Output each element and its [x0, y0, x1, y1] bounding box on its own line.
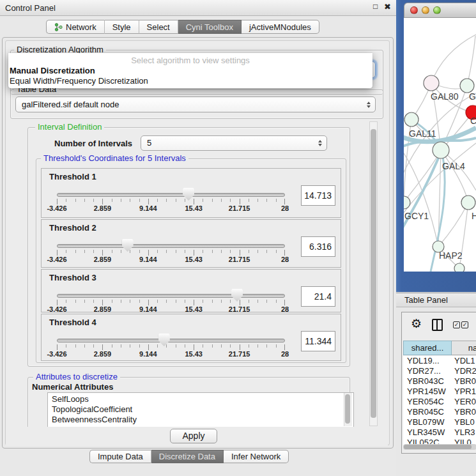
network-canvas[interactable]: GAL80 GA C GAL11 GAL4 GCY1 H HAP2	[404, 18, 476, 272]
number-of-intervals-combobox[interactable]: 5	[141, 135, 327, 151]
tick-label: 21.715	[229, 350, 250, 358]
panel-scrollbar-thumb[interactable]	[371, 129, 376, 418]
table-hscrollbar-thumb[interactable]	[404, 445, 472, 449]
tab-network[interactable]: Network	[46, 20, 105, 34]
cell-shared-name[interactable]: YER054C	[403, 397, 452, 407]
minimize-traffic-light-icon[interactable]	[422, 6, 429, 14]
numerical-attributes-list[interactable]: SelfLoopsTopologicalCoefficientBetweenne…	[47, 392, 354, 428]
gear-icon[interactable]: ⚙	[411, 316, 422, 331]
zoom-traffic-light-icon[interactable]	[433, 6, 441, 14]
attributes-group-title: Attributes to discretize	[33, 372, 120, 381]
cell-name[interactable]: YBR0	[452, 407, 476, 417]
table-row[interactable]: YER054C YER0	[403, 397, 476, 407]
cell-name[interactable]: YBR0	[452, 376, 476, 387]
node-label-gcy1: GCY1	[404, 211, 429, 221]
tab-select[interactable]: Select	[139, 20, 178, 34]
network-node-gal80[interactable]	[424, 75, 439, 91]
table-row[interactable]: YDL19... YDL1	[403, 356, 476, 366]
cell-shared-name[interactable]: YBR043C	[403, 376, 452, 387]
checkbox-icon[interactable]: ✓	[461, 321, 468, 328]
network-icon	[54, 23, 63, 31]
threshold-panel: Threshold 2 -3.426 2.859 9.144 15.43 21.…	[41, 219, 341, 268]
attribute-item[interactable]: TopologicalCoefficient	[52, 404, 353, 415]
tick-label: 2.859	[94, 350, 112, 358]
tab-jactivemnodules[interactable]: jActiveMNodules	[242, 20, 319, 34]
apply-button[interactable]: Apply	[170, 429, 217, 443]
float-window-icon[interactable]: □	[373, 2, 378, 11]
network-node-h[interactable]	[461, 196, 475, 210]
threshold-value-field[interactable]: 6.316	[301, 236, 335, 257]
tab-label: Network	[66, 22, 96, 32]
dropdown-option-equal-width[interactable]: Equal Width/Frequency Discretization	[8, 76, 372, 86]
tick-label: 15.43	[185, 305, 203, 313]
tab-label: Cyni Toolbox	[186, 22, 233, 32]
threshold-value-field[interactable]: 11.344	[301, 331, 335, 351]
table-row[interactable]: YLR345W YLR3	[403, 427, 476, 438]
attribute-item[interactable]: SelfLoops	[52, 394, 353, 404]
tick-label: 28	[281, 204, 289, 212]
cell-shared-name[interactable]: YBR045C	[403, 407, 452, 417]
cell-shared-name[interactable]: YLR345W	[403, 427, 452, 438]
table-panel-title: Table Panel	[396, 295, 448, 305]
cell-name[interactable]: YDL1	[452, 356, 476, 366]
network-node-gal11[interactable]	[404, 112, 418, 127]
cell-name[interactable]: YPR1	[452, 387, 476, 397]
network-node-gal4[interactable]	[433, 142, 449, 158]
threshold-slider-track[interactable]	[57, 339, 285, 342]
column-header-shared-name[interactable]: shared...	[403, 341, 452, 355]
node-label-h: H	[472, 211, 476, 221]
tab-cyni-toolbox[interactable]: Cyni Toolbox	[178, 20, 242, 34]
threshold-slider-track[interactable]	[57, 294, 285, 298]
tab-impute-data[interactable]: Impute Data	[89, 450, 151, 463]
node-label-gal11: GAL11	[409, 128, 436, 139]
tab-discretize-data[interactable]: Discretize Data	[151, 450, 224, 463]
threshold-slider-track[interactable]	[57, 244, 285, 248]
tick-label: 21.715	[229, 204, 250, 212]
tick-label: 9.144	[139, 350, 157, 358]
attribute-item[interactable]: BetweennessCentrality	[52, 415, 353, 425]
table-row[interactable]: YPR145W YPR1	[403, 387, 476, 397]
cell-shared-name[interactable]: YPR145W	[403, 387, 452, 397]
tick-label: 9.144	[139, 305, 157, 313]
threshold-value-field[interactable]: 14.713	[301, 185, 335, 206]
tick-label: 9.144	[139, 204, 157, 212]
cell-name[interactable]: YLR3	[452, 427, 476, 438]
slider-ticks	[57, 199, 285, 204]
dropdown-option-manual[interactable]: Manual Discretization	[8, 66, 372, 76]
cell-shared-name[interactable]: YBL079W	[403, 417, 452, 427]
table-panel-titlebar: Table Panel	[396, 293, 476, 307]
table-row[interactable]: YBR045C YBR0	[403, 407, 476, 417]
tab-style[interactable]: Style	[105, 20, 139, 34]
slider-ticks	[57, 344, 285, 350]
threshold-value-field[interactable]: 21.4	[301, 286, 335, 307]
node-label-gal4: GAL4	[442, 161, 465, 171]
network-node-bottom[interactable]	[454, 263, 464, 272]
tab-label: Style	[112, 22, 131, 32]
table-data-combobox[interactable]: galFiltered.sif default node	[15, 96, 376, 112]
threshold-slider-track[interactable]	[57, 193, 285, 197]
screen: Control Panel □ ✖ Network Style Select C…	[0, 0, 476, 476]
table-row[interactable]: YDR27... YDR2	[403, 366, 476, 376]
cell-name[interactable]: YDR2	[452, 366, 476, 376]
table-row[interactable]: YBR043C YBR0	[403, 376, 476, 387]
threshold-label: Threshold 2	[49, 223, 96, 233]
column-header-name[interactable]: name	[452, 341, 476, 355]
network-node-ga[interactable]	[460, 79, 474, 93]
cell-shared-name[interactable]: YDR27...	[403, 366, 452, 376]
slider-tick-labels: -3.426 2.859 9.144 15.43 21.715 28	[57, 256, 285, 263]
attributes-list-scrollbar-thumb[interactable]	[345, 394, 350, 424]
checkbox-icon[interactable]: ✓	[453, 321, 460, 328]
threshold-label: Threshold 4	[49, 318, 96, 327]
table-hscrollbar[interactable]	[403, 444, 476, 450]
network-node-gcy1[interactable]	[404, 196, 410, 209]
cell-name[interactable]: YER0	[452, 397, 476, 407]
table-data-value: galFiltered.sif default node	[22, 100, 119, 109]
columns-icon[interactable]	[432, 319, 443, 331]
close-traffic-light-icon[interactable]	[410, 6, 418, 14]
cell-name[interactable]: YBL0	[452, 417, 476, 427]
tick-label: 2.859	[94, 204, 112, 212]
cell-shared-name[interactable]: YDL19...	[403, 356, 452, 366]
tab-infer-network[interactable]: Infer Network	[224, 450, 289, 463]
close-icon[interactable]: ✖	[384, 2, 391, 12]
table-row[interactable]: YBL079W YBL0	[403, 417, 476, 427]
